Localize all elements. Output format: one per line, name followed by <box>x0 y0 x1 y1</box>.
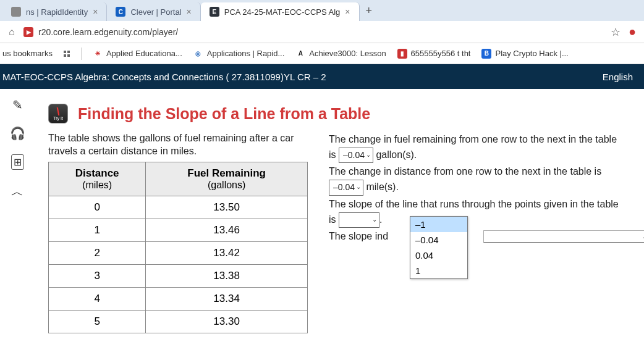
cell-distance: 1 <box>49 219 146 241</box>
address-field[interactable]: ▶ r20.core.learn.edgenuity.com/player/ <box>23 27 604 37</box>
bookmark-favicon: A <box>295 49 305 59</box>
bookmark-item[interactable]: ▮ 655555y556 t tht <box>397 49 471 59</box>
tab-favicon: E <box>210 7 219 17</box>
bookmark-item[interactable]: B Play Crypto Hack |... <box>481 49 568 59</box>
close-icon[interactable]: × <box>93 7 98 17</box>
tab-favicon <box>11 7 21 17</box>
table-row: 113.46 <box>49 219 308 241</box>
bookmark-favicon: ✳ <box>93 49 103 59</box>
fuel-change-select[interactable]: –0.04⌄ <box>339 148 373 164</box>
dropdown-option[interactable]: 0.04 <box>410 248 467 263</box>
dropdown-option[interactable]: –0.04 <box>410 232 467 248</box>
question-line-2: The change in distance from one row to t… <box>329 164 624 195</box>
url-bar: ⌂ ▶ r20.core.learn.edgenuity.com/player/… <box>0 21 644 43</box>
divider <box>81 48 82 60</box>
table-row: 013.50 <box>49 196 308 219</box>
home-icon[interactable]: ⌂ <box>6 27 17 38</box>
bookmark-label: Applications | Rapid... <box>207 49 285 58</box>
bookmark-label: Achieve3000: Lesson <box>309 49 386 58</box>
cell-fuel: 13.46 <box>146 219 308 241</box>
bookmark-star-icon[interactable]: ☆ <box>611 25 621 39</box>
bookmark-item[interactable]: A Achieve3000: Lesson <box>295 49 386 59</box>
site-favicon: ▶ <box>23 27 33 37</box>
workspace: ✎ 🎧 ⊞ ︿ \ Try It Finding the Slope of a … <box>0 89 644 341</box>
intro-text: The table shows the gallons of fuel rema… <box>48 132 308 158</box>
browser-tab[interactable]: ns | RapidIdentity × <box>2 2 107 21</box>
browser-tab[interactable]: C Clever | Portal × <box>107 2 200 21</box>
slope-select[interactable]: ⌄ <box>339 212 379 228</box>
new-tab-button[interactable]: + <box>360 4 379 17</box>
chevron-down-icon: ⌄ <box>366 150 371 160</box>
distance-change-select[interactable]: –0.04⌄ <box>329 180 363 196</box>
slope-dropdown-listbox[interactable]: –1 –0.04 0.04 1 <box>410 216 468 279</box>
tab-favicon: C <box>116 7 125 17</box>
cell-distance: 0 <box>49 196 146 219</box>
cell-fuel: 13.50 <box>146 196 308 219</box>
language-toggle[interactable]: English <box>603 72 633 82</box>
url-text: r20.core.learn.edgenuity.com/player/ <box>38 27 178 37</box>
question-line-1: The change in fuel remaining from one ro… <box>329 132 624 163</box>
bookmark-favicon: ◎ <box>193 49 203 59</box>
tryit-badge[interactable]: \ Try It <box>48 104 68 123</box>
bookmark-item[interactable]: ✳ Applied Educationa... <box>93 49 182 59</box>
bookmarks-label: us bookmarks <box>2 49 53 58</box>
col-header-distance: Distance(miles) <box>49 162 146 196</box>
headphones-icon[interactable]: 🎧 <box>10 126 25 141</box>
bookmark-label: Play Crypto Hack |... <box>495 49 568 58</box>
bookmark-favicon: B <box>481 49 491 59</box>
table-row: 313.38 <box>49 264 308 287</box>
chevron-down-icon: ⌄ <box>372 215 377 225</box>
lesson-title: Finding the Slope of a Line from a Table <box>78 105 370 123</box>
close-icon[interactable]: × <box>345 7 350 17</box>
apps-button[interactable] <box>64 51 70 57</box>
chevron-down-icon: ⌄ <box>356 182 361 192</box>
tab-label: ns | RapidIdentity <box>26 7 88 17</box>
collapse-icon[interactable]: ︿ <box>11 183 23 200</box>
cell-distance: 3 <box>49 264 146 287</box>
cell-distance: 4 <box>49 287 146 310</box>
cell-fuel: 13.38 <box>146 264 308 287</box>
bookmark-label: 655555y556 t tht <box>411 49 471 58</box>
course-title: MAT-EOC-CCPS Algebra: Concepts and Conne… <box>2 72 326 82</box>
bookmarks-bar: us bookmarks ✳ Applied Educationa... ◎ A… <box>0 43 644 64</box>
dropdown-option[interactable]: –1 <box>410 217 467 232</box>
close-icon[interactable]: × <box>187 7 192 17</box>
question-line-4: The slope ind ⌄ <box>329 229 624 244</box>
calculator-icon[interactable]: ⊞ <box>11 154 24 170</box>
table-row: 413.34 <box>49 287 308 310</box>
apps-icon <box>64 51 70 57</box>
bookmark-label: Applied Educationa... <box>106 49 182 58</box>
cell-fuel: 13.34 <box>146 287 308 310</box>
course-header: MAT-EOC-CCPS Algebra: Concepts and Conne… <box>0 64 644 89</box>
table-row: 213.42 <box>49 241 308 264</box>
tryit-label: Try It <box>53 116 63 120</box>
content-area: \ Try It Finding the Slope of a Line fro… <box>35 89 644 341</box>
bookmark-item[interactable]: ◎ Applications | Rapid... <box>193 49 285 59</box>
table-row: 513.30 <box>49 310 308 333</box>
extension-icon[interactable]: ● <box>627 27 638 38</box>
lesson-card: \ Try It Finding the Slope of a Line fro… <box>35 96 638 341</box>
col-header-fuel: Fuel Remaining(gallons) <box>146 162 308 196</box>
tryit-icon: \ <box>56 107 59 116</box>
cell-fuel: 13.30 <box>146 310 308 333</box>
data-table: Distance(miles) Fuel Remaining(gallons) … <box>48 162 308 333</box>
dropdown-option[interactable]: 1 <box>410 263 467 278</box>
cell-fuel: 13.42 <box>146 241 308 264</box>
tab-label: Clever | Portal <box>130 7 181 17</box>
cell-distance: 2 <box>49 241 146 264</box>
pencil-icon[interactable]: ✎ <box>12 98 23 112</box>
right-column: The change in fuel remaining from one ro… <box>329 132 624 333</box>
browser-tab-strip: ns | RapidIdentity × C Clever | Portal ×… <box>0 0 644 21</box>
cell-distance: 5 <box>49 310 146 333</box>
left-column: The table shows the gallons of fuel rema… <box>48 132 308 333</box>
browser-tab-active[interactable]: E PCA 24-25-MAT-EOC-CCPS Alg × <box>201 2 360 21</box>
tab-label: PCA 24-25-MAT-EOC-CCPS Alg <box>224 7 341 17</box>
bookmark-favicon: ▮ <box>397 49 407 59</box>
tool-rail: ✎ 🎧 ⊞ ︿ <box>0 89 35 341</box>
slope-indicates-select[interactable]: ⌄ <box>483 230 644 243</box>
question-line-3: The slope of the line that runs through … <box>329 197 624 228</box>
